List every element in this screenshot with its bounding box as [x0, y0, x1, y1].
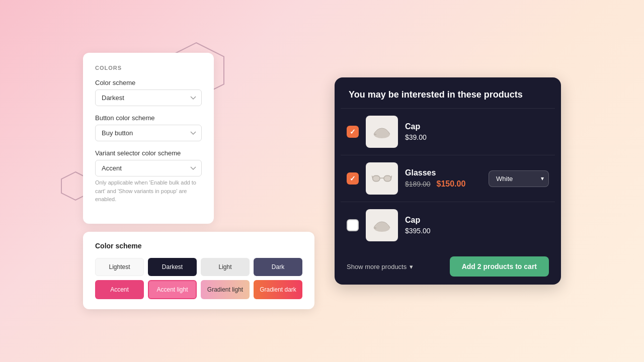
product-name-3: Cap: [405, 216, 549, 225]
chevron-down-icon-footer: ▾: [410, 263, 413, 270]
product-price-1: $39.00: [405, 133, 549, 141]
scheme-btn-accent-light[interactable]: Accent light: [148, 280, 197, 299]
original-price-2: $189.00: [405, 180, 431, 188]
cap-icon-2: [372, 215, 392, 235]
color-scheme-popup: Color scheme Lightest Darkest Light Dark…: [83, 232, 314, 309]
product-row: ✓ Cap $39.00: [341, 108, 555, 155]
product-info-3: Cap $395.00: [405, 216, 549, 235]
product-row-3: Cap $395.00: [341, 202, 555, 248]
main-container: COLORS Color scheme Darkest Lightest Lig…: [0, 0, 644, 362]
color-scheme-select[interactable]: Darkest Lightest Light Dark: [95, 89, 202, 106]
colors-section-title: COLORS: [95, 65, 202, 71]
colors-panel: COLORS Color scheme Darkest Lightest Lig…: [83, 53, 214, 224]
add-to-cart-button[interactable]: Add 2 products to cart: [450, 256, 549, 277]
product-image-3: [366, 209, 398, 241]
button-color-scheme-select[interactable]: Buy button Accent: [95, 125, 202, 141]
glasses-icon: [372, 168, 392, 189]
scheme-btn-accent[interactable]: Accent: [95, 280, 144, 299]
products-footer: Show more products ▾ Add 2 products to c…: [335, 248, 561, 285]
color-scheme-label: Color scheme: [95, 79, 202, 86]
svg-rect-5: [384, 175, 391, 181]
scheme-grid: Lightest Darkest Light Dark Accent Accen…: [95, 258, 302, 299]
checkmark-1: ✓: [350, 128, 356, 136]
svg-line-8: [391, 175, 392, 177]
scheme-btn-lightest[interactable]: Lightest: [95, 258, 144, 276]
svg-rect-10: [374, 227, 376, 229]
products-header-title: You may be interested in these products: [335, 77, 561, 108]
variant-hint-text: Only applicable when 'Enable bulk add to…: [95, 178, 202, 204]
cap-icon-1: [372, 122, 392, 142]
products-panel: You may be interested in these products …: [335, 77, 561, 285]
product-name-1: Cap: [405, 122, 549, 131]
variant-select-wrapper: White Black ▾: [489, 170, 549, 187]
color-scheme-group: Color scheme Darkest Lightest Light Dark: [95, 79, 202, 106]
variant-selector-group: Variant selector color scheme Accent Lig…: [95, 149, 202, 204]
sale-price-2: $150.00: [437, 179, 466, 188]
scheme-btn-gradient-light[interactable]: Gradient light: [201, 280, 250, 299]
scheme-btn-gradient-dark[interactable]: Gradient dark: [254, 280, 302, 299]
variant-selector-select[interactable]: Accent Light: [95, 160, 202, 176]
product-image-2: [366, 162, 398, 195]
product-image-1: [366, 116, 398, 148]
product-list: ✓ Cap $39.00 ✓: [335, 108, 561, 248]
svg-line-7: [372, 175, 373, 177]
button-color-scheme-label: Button color scheme: [95, 114, 202, 122]
left-area: COLORS Color scheme Darkest Lightest Lig…: [83, 53, 314, 309]
svg-rect-3: [374, 134, 376, 135]
show-more-label: Show more products: [347, 263, 407, 270]
svg-rect-4: [373, 175, 380, 181]
show-more-button[interactable]: Show more products ▾: [347, 263, 413, 270]
variant-select-glasses[interactable]: White Black: [489, 170, 549, 187]
product-checkbox-3[interactable]: [347, 219, 359, 231]
product-checkbox-2[interactable]: ✓: [347, 172, 359, 185]
product-price-3: $395.00: [405, 227, 549, 235]
variant-selector-label: Variant selector color scheme: [95, 149, 202, 157]
product-name-2: Glasses: [405, 168, 481, 177]
scheme-btn-darkest[interactable]: Darkest: [148, 258, 197, 276]
product-row-2: ✓ Glasses $189.00 $150.00: [341, 155, 555, 202]
scheme-btn-light[interactable]: Light: [201, 258, 250, 276]
product-checkbox-1[interactable]: ✓: [347, 126, 359, 138]
scheme-btn-dark[interactable]: Dark: [254, 258, 302, 276]
product-info-2: Glasses $189.00 $150.00: [405, 168, 481, 189]
popup-title: Color scheme: [95, 242, 302, 250]
product-price-2: $189.00 $150.00: [405, 179, 481, 189]
product-info-1: Cap $39.00: [405, 122, 549, 141]
checkmark-2: ✓: [350, 174, 356, 183]
button-color-scheme-group: Button color scheme Buy button Accent: [95, 114, 202, 141]
